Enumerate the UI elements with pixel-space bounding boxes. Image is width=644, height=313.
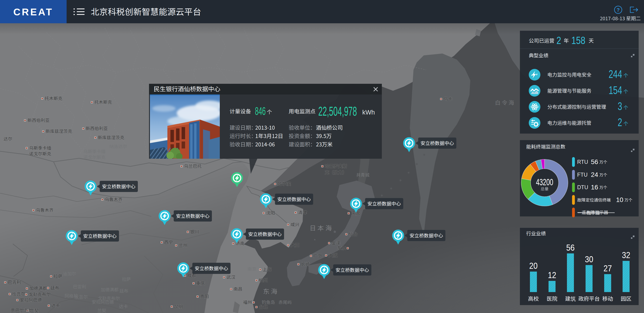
svg-text:2013-10: 2013-10 [255, 123, 275, 131]
svg-text:建设面积：: 建设面积： [289, 140, 316, 148]
svg-text:39.5万: 39.5万 [316, 132, 332, 140]
svg-text:达卡: 达卡 [119, 303, 128, 309]
svg-text:验收日期：: 验收日期： [230, 140, 256, 148]
svg-text:达尔: 达尔 [4, 135, 12, 142]
svg-text:东海: 东海 [263, 287, 279, 296]
svg-text:244: 244 [608, 68, 622, 80]
svg-text:共青城: 共青城 [356, 172, 370, 178]
svg-text:赤尾屿: 赤尾屿 [278, 299, 292, 305]
svg-text:移动: 移动 [602, 294, 613, 302]
svg-text:咸兴: 咸兴 [290, 221, 300, 227]
svg-text:西宁: 西宁 [164, 239, 173, 245]
svg-text:高校: 高校 [528, 294, 539, 302]
svg-text:纳洛达尔: 纳洛达尔 [110, 143, 127, 149]
svg-text:安立桥数据中心: 安立桥数据中心 [410, 232, 443, 239]
svg-text:诺戈尔斯克: 诺戈尔斯克 [29, 150, 51, 157]
svg-text:医院: 医院 [547, 294, 558, 302]
svg-text:达卡: 达卡 [51, 302, 60, 308]
svg-text:巴雷利: 巴雷利 [73, 283, 86, 290]
svg-text:电力监控与用电安全: 电力监控与用电安全 [548, 71, 592, 78]
svg-text:乌鲁木齐: 乌鲁木齐 [105, 196, 122, 202]
svg-text:贵阳: 贵阳 [200, 293, 209, 299]
svg-text:846: 846 [255, 105, 266, 117]
svg-text:戈勒克布尔: 戈勒克布尔 [98, 295, 120, 301]
svg-text:24: 24 [591, 171, 598, 178]
svg-text:乌斯季卡缅: 乌斯季卡缅 [29, 145, 51, 151]
svg-text:万个: 万个 [599, 159, 607, 165]
svg-text:长崎: 长崎 [301, 261, 310, 267]
svg-text:加德满都: 加德满都 [101, 286, 118, 293]
svg-text:2: 2 [618, 116, 622, 128]
svg-text:安立桥数据中心: 安立桥数据中心 [195, 265, 228, 272]
svg-text:安拉阿巴德: 安拉阿巴德 [20, 297, 42, 303]
svg-text:安立桥数据中心: 安立桥数据中心 [336, 266, 369, 273]
svg-text:武汉: 武汉 [226, 274, 236, 280]
svg-text:廷布: 廷布 [50, 284, 59, 291]
svg-text:10: 10 [616, 196, 623, 203]
svg-text:投资金额：: 投资金额： [289, 132, 316, 140]
svg-text:东京: 东京 [337, 245, 346, 251]
svg-text:个: 个 [624, 88, 628, 94]
svg-text:个: 个 [267, 108, 272, 115]
svg-text:32: 32 [622, 250, 630, 260]
svg-text:南昌: 南昌 [234, 286, 242, 292]
svg-text:年: 年 [564, 36, 569, 44]
svg-text:行业业绩: 行业业绩 [526, 230, 546, 237]
svg-text:日本海: 日本海 [310, 223, 334, 232]
svg-text:巴霄利: 巴霄利 [8, 279, 21, 285]
svg-text:托木斯克: 托木斯克 [94, 99, 112, 105]
svg-text:乌鲁木齐: 乌鲁木齐 [36, 207, 54, 213]
svg-text:新西伯利亚: 新西伯利亚 [86, 125, 108, 131]
svg-text:仙台: 仙台 [349, 231, 358, 237]
svg-text:拉萨: 拉萨 [54, 273, 62, 279]
svg-text:诺戈尔斯克: 诺戈尔斯克 [83, 154, 106, 160]
svg-text:个: 个 [624, 120, 628, 127]
svg-text:安立桥数据中心: 安立桥数据中心 [277, 196, 311, 202]
svg-text:民生银行酒仙桥数据中心: 民生银行酒仙桥数据中心 [154, 84, 220, 93]
svg-text:154: 154 [608, 84, 622, 96]
svg-text:迪加尔: 迪加尔 [63, 270, 76, 277]
svg-text:乌兰巴托: 乌兰巴托 [184, 163, 202, 169]
svg-text:万个: 万个 [624, 197, 632, 203]
svg-text:计量设备: 计量设备 [230, 107, 251, 115]
svg-text:22,504,978: 22,504,978 [318, 104, 357, 118]
svg-text:阿格拉: 阿格拉 [65, 292, 78, 299]
svg-text:建筑: 建筑 [565, 294, 576, 302]
svg-text:安立桥数据中心: 安立桥数据中心 [83, 232, 117, 239]
svg-text:个: 个 [624, 72, 628, 78]
svg-text:2017-08-13 星期二: 2017-08-13 星期二 [600, 15, 641, 22]
svg-text:kWh: kWh [362, 109, 375, 116]
svg-text:万个: 万个 [599, 172, 607, 178]
svg-text:坎普尔: 坎普尔 [12, 291, 26, 297]
svg-text:总量: 总量 [540, 186, 548, 192]
svg-text:2: 2 [556, 34, 561, 46]
svg-text:FTU: FTU [577, 172, 588, 178]
svg-text:12: 12 [548, 271, 556, 280]
svg-text:克（伯力）: 克（伯力） [325, 169, 347, 175]
svg-text:清津: 清津 [298, 209, 307, 215]
svg-text:建设日期：: 建设日期： [230, 123, 256, 131]
svg-text:电力运维与能源托管: 电力运维与能源托管 [548, 119, 592, 126]
svg-text:杭州: 杭州 [259, 277, 268, 283]
svg-text:加德满都: 加德满都 [29, 285, 47, 291]
svg-text:哈尔滨: 哈尔滨 [278, 180, 291, 187]
svg-text:能源管理与节能服务: 能源管理与节能服务 [548, 87, 592, 94]
svg-text:公司已运营: 公司已运营 [529, 36, 554, 44]
svg-text:典型业绩: 典型业绩 [529, 52, 548, 59]
svg-text:安立桥数据中心: 安立桥数据中心 [102, 183, 136, 190]
svg-text:分布式能源控制与运营管理: 分布式能源控制与运营管理 [548, 103, 606, 110]
svg-text:故障定位通信终端: 故障定位通信终端 [577, 197, 611, 203]
svg-text:万个: 万个 [599, 184, 607, 190]
svg-text:大阪: 大阪 [328, 252, 337, 258]
svg-text:乌卡: 乌卡 [444, 95, 452, 102]
svg-text:验收单位：: 验收单位： [289, 123, 316, 131]
svg-text:27: 27 [604, 264, 612, 273]
svg-text:上海: 上海 [263, 266, 272, 272]
svg-text:16: 16 [591, 184, 598, 191]
svg-text:北京科税创新智慧能源云平台: 北京科税创新智慧能源云平台 [91, 5, 202, 17]
svg-text:昆明: 昆明 [174, 303, 183, 309]
svg-text:重庆: 重庆 [196, 280, 205, 286]
svg-text:兰契: 兰契 [97, 307, 106, 313]
svg-text:乌斯季卡缅: 乌斯季卡缅 [83, 148, 106, 154]
svg-text:23万米: 23万米 [316, 140, 333, 148]
